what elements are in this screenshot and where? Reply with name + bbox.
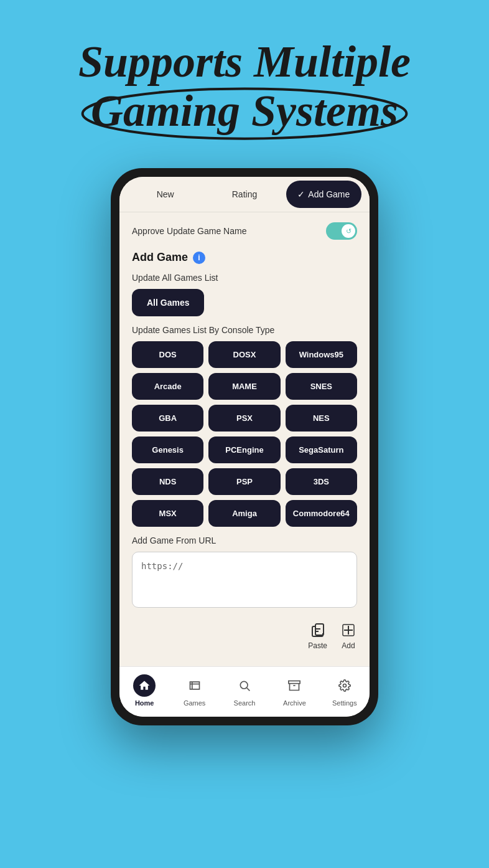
svg-rect-11 [289,681,300,684]
phone-mockup: New Rating ✓ Add Game Approve Update Gam… [111,168,378,725]
search-icon-wrap [233,674,256,697]
approve-label: Approve Update Game Name [132,226,246,236]
add-button[interactable]: Add [340,621,357,650]
home-icon-wrap [133,674,156,697]
phone-outer: New Rating ✓ Add Game Approve Update Gam… [111,168,378,725]
nav-home[interactable]: Home [119,672,169,709]
paste-label: Paste [308,641,327,650]
nav-search-label: Search [234,699,256,707]
console-btn-snes[interactable]: SNES [286,373,357,400]
console-btn-psp[interactable]: PSP [208,468,280,495]
paste-button[interactable]: Paste [308,621,327,650]
add-icon [340,621,357,639]
svg-point-9 [240,681,248,689]
console-btn-nes[interactable]: NES [286,405,357,432]
console-btn-arcade[interactable]: Arcade [132,373,203,400]
action-row: Paste Add [132,615,357,656]
nav-settings[interactable]: Settings [320,672,370,709]
tab-add-game-label: Add Game [308,189,350,199]
settings-icon-wrap [333,674,356,697]
headline-line2-wrap: Gaming Systems [0,87,489,136]
headline-ellipse: Gaming Systems [91,87,398,136]
archive-icon-wrap [283,674,305,697]
svg-point-0 [83,89,407,139]
url-input[interactable]: https:// [132,552,357,608]
nav-archive-label: Archive [283,699,306,707]
update-all-label: Update All Games List [132,273,357,283]
update-by-console-label: Update Games List By Console Type [132,325,357,335]
tab-bar: New Rating ✓ Add Game [119,177,370,212]
screen-content: Approve Update Game Name ↺ Add Game i Up… [119,212,370,666]
nav-archive[interactable]: Archive [269,672,319,709]
console-btn-psx[interactable]: PSX [208,405,280,432]
approve-row: Approve Update Game Name ↺ [132,222,357,240]
headline-line1: Supports Multiple [0,37,489,87]
headline: Supports Multiple Gaming Systems [0,0,489,136]
console-btn-3ds[interactable]: 3DS [286,468,357,495]
console-btn-gba[interactable]: GBA [132,405,203,432]
add-game-label: Add Game [132,251,188,264]
svg-point-13 [343,684,346,687]
tab-new[interactable]: New [128,181,203,208]
info-icon[interactable]: i [193,252,205,264]
nav-search[interactable]: Search [220,672,269,709]
tab-add-game[interactable]: ✓ Add Game [286,181,361,208]
console-btn-dosx[interactable]: DOSX [208,341,280,368]
phone-screen: New Rating ✓ Add Game Approve Update Gam… [119,177,370,717]
check-icon: ✓ [297,189,305,199]
console-btn-win95[interactable]: Windows95 [286,341,357,368]
paste-icon [309,621,327,639]
console-btn-mame[interactable]: MAME [208,373,280,400]
console-btn-nds[interactable]: NDS [132,468,203,495]
console-btn-msx[interactable]: MSX [132,500,203,527]
toggle-switch[interactable]: ↺ [326,222,357,240]
bottom-nav: Home Games [119,666,370,717]
console-btn-pcengine[interactable]: PCEngine [208,436,280,463]
console-grid: DOS DOSX Windows95 Arcade MAME SNES GBA … [132,341,357,527]
nav-games[interactable]: Games [169,672,219,709]
console-btn-amiga[interactable]: Amiga [208,500,280,527]
svg-line-10 [247,688,250,691]
games-icon-wrap [184,674,206,697]
console-btn-genesis[interactable]: Genesis [132,436,203,463]
add-from-url-label: Add Game From URL [132,535,357,545]
console-btn-dos[interactable]: DOS [132,341,203,368]
add-label: Add [342,641,355,650]
add-game-section-title: Add Game i [132,251,357,264]
console-btn-segasaturn[interactable]: SegaSaturn [286,436,357,463]
nav-games-label: Games [184,699,205,707]
nav-home-label: Home [135,699,154,707]
console-btn-commodore[interactable]: Commodore64 [286,500,357,527]
nav-settings-label: Settings [332,699,357,707]
tab-rating[interactable]: Rating [207,181,282,208]
all-games-button[interactable]: All Games [132,289,204,316]
toggle-knob: ↺ [342,224,355,238]
